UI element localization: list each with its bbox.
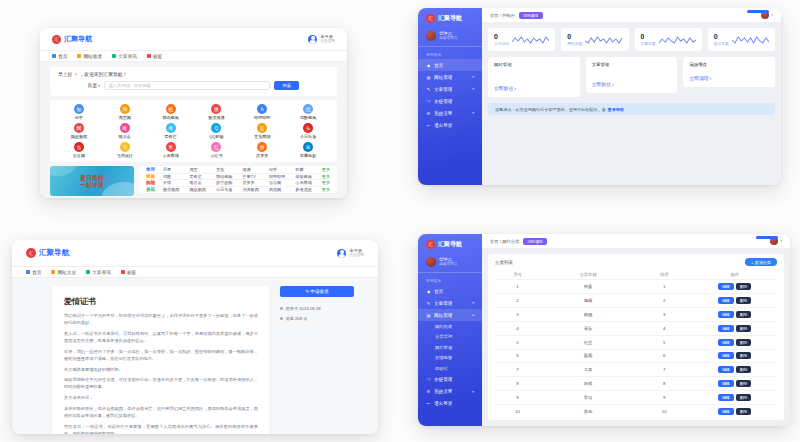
more-link[interactable]: 更多 bbox=[322, 187, 330, 192]
more-link[interactable]: 更多 bbox=[322, 180, 330, 185]
site-link[interactable]: 当当网 bbox=[269, 180, 290, 185]
search-engine-select[interactable]: 百度 ▾ bbox=[88, 83, 100, 88]
delete-button[interactable]: 删除 bbox=[736, 352, 752, 359]
nav-item[interactable]: 首页 bbox=[52, 53, 67, 59]
site-link[interactable]: 淘宝 bbox=[189, 167, 210, 172]
quick-card-link[interactable]: 立即前往 › bbox=[592, 81, 672, 87]
nav-item[interactable]: 文章资讯 bbox=[86, 269, 111, 275]
site-link[interactable]: 芒果TV bbox=[242, 174, 263, 179]
sidebar-menu-item[interactable]: 网站审核 bbox=[418, 342, 482, 353]
sidebar-menu-item[interactable]: ↩ 退出登录 bbox=[418, 398, 482, 410]
sidebar-menu-item[interactable]: ⚙ 系统设置 ▾ bbox=[418, 386, 482, 398]
sidebar-menu-item[interactable]: ↩ 退出登录 bbox=[418, 119, 482, 131]
app-shortcut[interactable]: 视 腾讯视频 bbox=[148, 104, 194, 120]
notice-link[interactable]: 查看帮助 bbox=[608, 107, 624, 112]
site-link[interactable]: 天猫 bbox=[163, 180, 184, 185]
edit-button[interactable]: 编辑 bbox=[718, 325, 734, 332]
app-shortcut[interactable]: 网 网易新闻 bbox=[56, 123, 102, 139]
site-link[interactable]: 拼多多 bbox=[242, 180, 263, 185]
scrollbar-thumb[interactable] bbox=[756, 236, 778, 239]
sidebar-menu-item[interactable]: ◆ 首页 bbox=[418, 59, 482, 71]
app-shortcut[interactable]: 豆 豆瓣电影 bbox=[285, 142, 331, 158]
edit-button[interactable]: 编辑 bbox=[718, 297, 734, 304]
edit-button[interactable]: 编辑 bbox=[718, 283, 734, 290]
more-link[interactable]: 更多 bbox=[322, 174, 330, 179]
site-link[interactable]: 百度 bbox=[163, 167, 184, 172]
nav-item[interactable]: 标签 bbox=[147, 53, 162, 59]
app-shortcut[interactable]: Q QQ邮箱 bbox=[193, 123, 239, 139]
site-link[interactable]: 爱奇艺 bbox=[189, 174, 210, 179]
sidebar-menu-item[interactable]: 友情链接 bbox=[418, 353, 482, 364]
app-shortcut[interactable]: 拼 拼多多 bbox=[239, 142, 285, 158]
app-shortcut[interactable]: b 哔哩哔哩 bbox=[239, 104, 285, 120]
user-account[interactable]: 未登录 点击登录 bbox=[308, 34, 335, 43]
app-shortcut[interactable]: 知 知乎 bbox=[56, 104, 102, 120]
site-logo[interactable]: 汇 汇聚导航 bbox=[26, 248, 69, 258]
sidebar-menu-item[interactable]: 分类管理 bbox=[418, 332, 482, 343]
edit-button[interactable]: 编辑 bbox=[718, 366, 734, 373]
site-link[interactable]: 澎湃新闻 bbox=[242, 187, 263, 192]
delete-button[interactable]: 删除 bbox=[736, 366, 752, 373]
sidebar-menu-item[interactable]: 网站列表 bbox=[418, 321, 482, 332]
site-link[interactable]: 优酷 bbox=[163, 174, 184, 179]
nav-item[interactable]: 网站收录 bbox=[77, 53, 102, 59]
login-link[interactable]: 点击登录 bbox=[320, 39, 335, 43]
delete-button[interactable]: 删除 bbox=[736, 283, 752, 290]
site-link[interactable]: 凤凰网 bbox=[269, 187, 290, 192]
edit-button[interactable]: 编辑 bbox=[718, 339, 734, 346]
promo-banner[interactable]: 夏日美好 一起冲浪 bbox=[50, 166, 134, 196]
site-logo[interactable]: 汇 汇聚导航 bbox=[52, 34, 92, 44]
site-link[interactable]: 京东 bbox=[216, 167, 237, 172]
sidebar-menu-item[interactable]: ▤ 网站管理 ▾ bbox=[418, 71, 482, 83]
edit-button[interactable]: 编辑 bbox=[718, 408, 734, 415]
delete-button[interactable]: 删除 bbox=[736, 380, 752, 387]
submit-site-button[interactable]: ✎ 申请收录 bbox=[280, 286, 354, 297]
site-link[interactable]: 腾讯视频 bbox=[216, 174, 237, 179]
app-shortcut[interactable]: 飞 飞猪旅行 bbox=[102, 142, 148, 158]
sidebar-menu-item[interactable]: ▤ 网站管理 ▴ bbox=[418, 309, 482, 321]
search-input[interactable] bbox=[104, 81, 271, 90]
edit-button[interactable]: 编辑 bbox=[718, 380, 734, 387]
delete-button[interactable]: 删除 bbox=[736, 311, 752, 318]
app-shortcut[interactable]: 红 小红书 bbox=[193, 142, 239, 158]
sidebar-menu-item[interactable]: ❍ 友链管理 bbox=[418, 374, 482, 386]
edit-button[interactable]: 编辑 bbox=[718, 394, 734, 401]
app-shortcut[interactable]: 当 当当网 bbox=[56, 142, 102, 158]
app-shortcut[interactable]: 优 优酷视频 bbox=[285, 104, 331, 120]
app-shortcut[interactable]: 唯 唯品会 bbox=[102, 123, 148, 139]
sidebar-logo[interactable]: 汇 汇聚导航 bbox=[418, 8, 482, 27]
nav-item[interactable]: 网站大全 bbox=[51, 269, 76, 275]
site-link[interactable]: 唯品会 bbox=[189, 180, 210, 185]
site-link[interactable]: 搜狐视频 bbox=[295, 174, 316, 179]
site-link[interactable]: 苏宁易购 bbox=[216, 180, 237, 185]
search-button[interactable]: 搜索 bbox=[274, 81, 299, 90]
site-link[interactable]: 豆瓣 bbox=[295, 167, 316, 172]
nav-item[interactable]: 首页 bbox=[26, 269, 41, 275]
sidebar-menu-item[interactable]: ⚙ 系统设置 ▾ bbox=[418, 107, 482, 119]
edit-button[interactable]: 编辑 bbox=[718, 352, 734, 359]
site-link[interactable]: 小米商城 bbox=[295, 180, 316, 185]
quick-card-link[interactable]: 立即清理 › bbox=[689, 75, 769, 81]
delete-button[interactable]: 删除 bbox=[736, 339, 752, 346]
sidebar-menu-item[interactable]: 回收站 bbox=[418, 363, 482, 374]
app-shortcut[interactable]: 淘 淘宝网 bbox=[102, 104, 148, 120]
more-link[interactable]: 更多 bbox=[322, 167, 330, 172]
nav-item[interactable]: 文章资讯 bbox=[112, 53, 137, 59]
delete-button[interactable]: 删除 bbox=[736, 325, 752, 332]
app-shortcut[interactable]: 京 京东商城 bbox=[239, 123, 285, 139]
site-link[interactable]: 网易新闻 bbox=[189, 187, 210, 192]
sidebar-menu-item[interactable]: ❍ 友链管理 bbox=[418, 95, 482, 107]
sidebar-menu-item[interactable]: ◆ 首页 bbox=[418, 285, 482, 297]
login-link[interactable]: 点击登录 bbox=[349, 253, 364, 257]
site-link[interactable]: 知乎 bbox=[269, 167, 290, 172]
app-shortcut[interactable]: 头 今日头条 bbox=[285, 123, 331, 139]
nav-item[interactable]: 标签 bbox=[121, 269, 136, 275]
clear-cache-badge[interactable]: 清除缓存 bbox=[519, 12, 543, 19]
site-link[interactable]: 新浪新闻 bbox=[163, 187, 184, 192]
sidebar-menu-item[interactable]: ✎ 文章管理 ▾ bbox=[418, 297, 482, 309]
quick-card-link[interactable]: 立即前往 › bbox=[494, 85, 574, 91]
delete-button[interactable]: 删除 bbox=[736, 394, 752, 401]
scrollbar-thumb[interactable] bbox=[747, 10, 769, 13]
sidebar-logo[interactable]: 汇 汇聚导航 bbox=[418, 234, 482, 253]
clear-cache-badge[interactable]: 清除缓存 bbox=[523, 238, 547, 245]
